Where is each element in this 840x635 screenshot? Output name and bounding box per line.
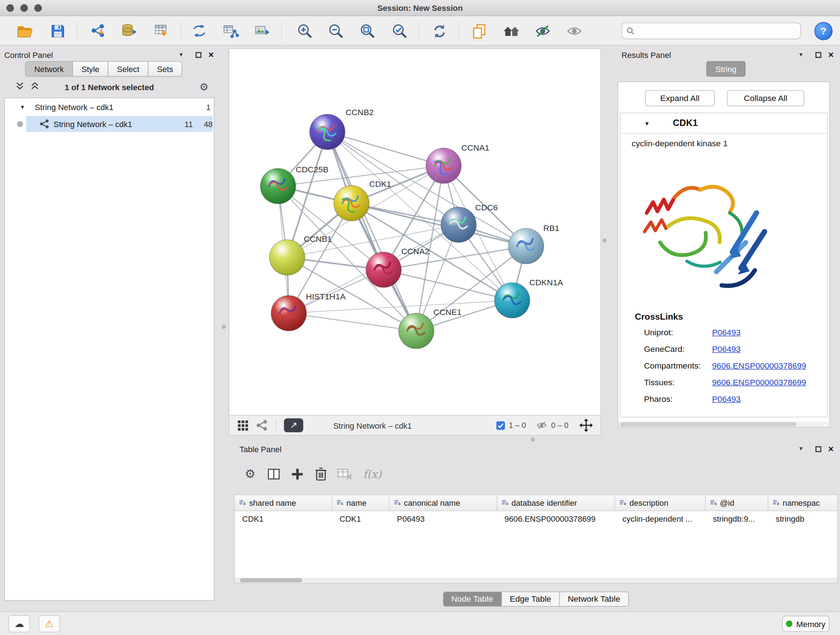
string-results-tab[interactable]: String [706,61,745,77]
column-header-namespace[interactable]: namespac [768,495,837,510]
crosslink-value-pharos[interactable]: P06493 [712,394,741,411]
scrollbar-thumb[interactable] [620,422,797,426]
export-image-button[interactable] [252,21,273,41]
show-all-button[interactable] [564,21,585,41]
panel-menu-icon[interactable]: ▼ [798,447,804,452]
home-view-button[interactable] [500,21,522,41]
cell-namespace[interactable]: stringdb [768,514,837,523]
column-header-id[interactable]: @id [706,495,768,510]
table-settings-gear-icon[interactable]: ⚙ [238,462,262,486]
network-view[interactable]: CCNB2CCNA1CDC25BCDK1CDC6RB1CCNB1CCNA2CDK… [229,48,601,435]
scrollbar-thumb[interactable] [240,578,302,583]
splitter-handle[interactable] [222,325,225,329]
section-expander-icon[interactable]: ▼ [644,120,650,126]
network-canvas[interactable]: CCNB2CCNA1CDC25BCDK1CDC6RB1CCNB1CCNA2CDK… [229,49,600,415]
float-panel-icon[interactable] [815,446,821,452]
crosslink-value-compartments[interactable]: 9606.ENSP00000378699 [712,361,806,378]
import-network-button[interactable] [88,21,109,41]
collapse-all-button[interactable]: Collapse All [727,90,804,106]
pan-crosshair-icon[interactable] [579,418,593,432]
gene-section: ▼ CDK1 cyclin-dependent kinase 1 [620,112,828,417]
crosslink-value-tissues[interactable]: 9606.ENSP00000378699 [712,378,806,394]
new-network-button[interactable] [188,21,210,41]
gene-section-header[interactable]: ▼ CDK1 [621,113,827,134]
network-row[interactable]: String Network – cdk1 11 48 [5,116,214,133]
tab-edge-table[interactable]: Edge Table [501,592,560,606]
crosslink-value-genecard[interactable]: P06493 [712,344,741,361]
delete-table-button[interactable] [333,462,356,486]
column-header-database-identifier[interactable]: database identifier [497,495,615,510]
warning-icon[interactable]: ⚠ [39,615,60,632]
apply-layout-button[interactable] [429,21,450,41]
tab-node-table[interactable]: Node Table [443,592,502,606]
tab-sets[interactable]: Sets [148,61,182,77]
toolbar-search[interactable] [622,22,801,39]
memory-status-dot [786,621,793,627]
hide-selected-button[interactable] [532,21,554,41]
hidden-eye-icon[interactable] [536,419,548,431]
toolbar-separator [459,22,459,40]
close-panel-icon[interactable]: × [208,50,214,59]
gear-icon[interactable]: ⚙ [199,81,208,93]
column-header-name[interactable]: name [332,495,390,510]
add-column-button[interactable] [286,462,309,486]
cell-canonical-name[interactable]: P06493 [390,514,497,523]
tab-style[interactable]: Style [73,61,109,77]
crosslink-row: Pharos: P06493 [644,394,806,411]
table-type-tabs: Node Table Edge Table Network Table [443,592,629,606]
network-overview-icon[interactable] [256,419,268,432]
tab-network-table[interactable]: Network Table [559,592,629,606]
save-session-button[interactable] [47,21,68,41]
selected-checkbox-icon[interactable] [496,421,505,430]
function-builder-button[interactable]: f(x) [356,462,388,486]
results-horizontal-scrollbar[interactable] [618,421,829,427]
zoom-out-button[interactable] [325,21,346,41]
search-input[interactable] [638,27,788,35]
table-toolbar: ⚙ [234,459,388,490]
cloud-icon[interactable]: ☁ [9,615,30,632]
column-header-description[interactable]: description [615,495,706,510]
delete-column-button[interactable] [309,462,333,486]
column-label: @id [720,498,734,507]
float-panel-icon[interactable] [196,52,202,57]
cell-description[interactable]: cyclin-dependent ... [615,514,706,523]
table-row[interactable]: CDK1 CDK1 P06493 9606.ENSP00000378699 cy… [235,511,837,526]
cell-name[interactable]: CDK1 [332,514,390,523]
network-collection-row[interactable]: ▼ String Network – cdk1 1 [5,98,214,115]
open-session-button[interactable] [14,21,36,41]
expand-all-button[interactable]: Expand All [645,90,715,106]
network-share-icon [39,119,50,129]
zoom-in-button[interactable] [294,21,315,41]
select-columns-button[interactable] [262,462,286,486]
tab-network[interactable]: Network [25,61,73,77]
table-horizontal-scrollbar[interactable] [235,578,837,583]
svg-text:CDK1: CDK1 [369,179,391,188]
close-panel-icon[interactable]: × [829,444,834,453]
tab-select[interactable]: Select [108,61,148,77]
zoom-selected-button[interactable] [388,21,410,41]
open-in-window-button[interactable]: ↗ [284,418,303,432]
import-table-button[interactable] [151,21,172,41]
network-from-table-button[interactable] [220,21,242,41]
cell-id[interactable]: stringdb:9... [706,514,768,523]
import-database-button[interactable] [118,21,140,41]
tree-expander-icon[interactable]: ▼ [20,104,25,110]
cell-shared-name[interactable]: CDK1 [235,514,332,523]
cell-database-identifier[interactable]: 9606.ENSP00000378699 [497,514,615,523]
panel-menu-icon[interactable]: ▼ [798,52,804,57]
copy-document-button[interactable] [468,21,489,41]
crosslink-value-uniprot[interactable]: P06493 [712,328,741,344]
network-tree: ▼ String Network – cdk1 1 String Network… [4,98,215,601]
splitter-handle[interactable] [531,438,535,441]
panel-menu-icon[interactable]: ▼ [178,52,184,57]
close-panel-icon[interactable]: × [829,50,834,59]
memory-button[interactable]: Memory [782,616,829,632]
zoom-fit-button[interactable] [356,21,378,41]
splitter-handle[interactable] [603,239,606,242]
gene-name: CDK1 [673,118,698,128]
column-header-shared-name[interactable]: shared name [235,495,332,510]
help-button[interactable]: ? [814,22,832,40]
column-header-canonical-name[interactable]: canonical name [390,495,497,510]
birds-eye-view-icon[interactable] [238,420,248,431]
float-panel-icon[interactable] [815,52,821,57]
